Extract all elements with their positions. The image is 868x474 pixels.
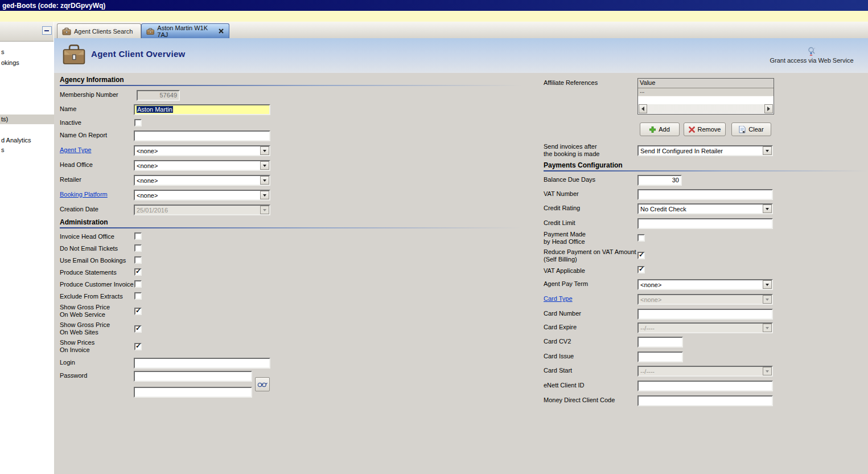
sidebar: s okings ts) d Analytics s: [0, 22, 55, 474]
grant-access-web-service-action[interactable]: Grant access via Web Service: [767, 47, 856, 64]
show-prices-on-invoice-checkbox[interactable]: [134, 343, 142, 350]
sidebar-item[interactable]: s: [1, 146, 5, 153]
booking-platform-link[interactable]: Booking Platform: [60, 191, 108, 198]
balance-due-days-field[interactable]: 30: [637, 175, 682, 186]
reduce-payment-on-vat-label: Reduce Payment on VAT Amount (Self Billi…: [544, 248, 641, 263]
chevron-down-icon[interactable]: [260, 161, 269, 170]
tab-aston-martin[interactable]: Aston Martin W1K 7AJ: [141, 23, 229, 38]
retailer-value: <none>: [137, 177, 158, 184]
inactive-checkbox[interactable]: [134, 119, 142, 126]
card-expire-value: --/----: [640, 325, 655, 332]
creation-date-value: 25/01/2016: [137, 207, 168, 214]
do-not-email-tickets-checkbox[interactable]: [134, 244, 142, 252]
chevron-down-icon[interactable]: [763, 280, 772, 289]
add-button[interactable]: Add: [640, 122, 680, 136]
credit-rating-select[interactable]: No Credit Check: [637, 203, 773, 214]
vat-number-field[interactable]: [637, 189, 773, 200]
card-start-select: --/----: [637, 366, 773, 377]
agent-type-link[interactable]: Agent Type: [60, 146, 91, 154]
show-password-button[interactable]: [255, 377, 270, 391]
scroll-right-button[interactable]: [764, 104, 773, 113]
exclude-from-extracts-label: Exclude From Extracts: [60, 293, 123, 300]
window-titlebar[interactable]: ged-Boots (code: zqrDGpvyWq): [0, 0, 868, 11]
affiliate-references-grid[interactable]: Value ...: [637, 78, 774, 115]
password-label: Password: [60, 372, 87, 379]
scroll-left-button[interactable]: [639, 104, 647, 113]
credit-rating-value: No Credit Check: [640, 206, 686, 213]
show-prices-on-invoice-label: Show Prices On Invoice: [60, 339, 94, 354]
vat-applicable-checkbox[interactable]: [637, 266, 645, 273]
produce-statements-checkbox[interactable]: [134, 268, 142, 276]
login-field[interactable]: [134, 358, 270, 369]
agent-type-select[interactable]: <none>: [134, 145, 270, 156]
grid-column-header[interactable]: Value: [638, 79, 774, 88]
card-issue-field[interactable]: [637, 352, 683, 362]
chevron-down-icon: [260, 206, 269, 214]
agent-type-value: <none>: [137, 148, 158, 154]
card-expire-label: Card Expire: [544, 324, 577, 331]
red-x-icon: [689, 126, 695, 133]
card-number-label: Card Number: [544, 310, 581, 317]
book-action[interactable]: Boo: [854, 47, 868, 64]
head-office-label: Head Office: [60, 161, 93, 169]
chevron-down-icon[interactable]: [763, 205, 772, 213]
password-field[interactable]: [134, 371, 252, 382]
chevron-down-icon[interactable]: [260, 146, 269, 155]
credit-limit-field[interactable]: [637, 218, 773, 229]
card-cv2-field[interactable]: [637, 337, 683, 348]
section-agency-information: Agency Information: [60, 76, 124, 84]
clear-button[interactable]: Clear: [731, 122, 771, 136]
tab-agent-clients-search[interactable]: Agent Clients Search: [57, 23, 141, 38]
send-invoices-select[interactable]: Send If Configured In Retailer: [637, 145, 773, 156]
sidebar-item[interactable]: okings: [1, 59, 19, 66]
name-on-report-field[interactable]: [134, 130, 270, 141]
reduce-payment-on-vat-checkbox[interactable]: [637, 252, 645, 259]
exclude-from-extracts-checkbox[interactable]: [134, 292, 142, 300]
inactive-label: Inactive: [60, 119, 81, 126]
remove-button-label: Remove: [698, 126, 721, 133]
credit-rating-label: Credit Rating: [544, 205, 580, 212]
remove-button[interactable]: Remove: [684, 122, 726, 136]
sidebar-collapse-button[interactable]: [42, 26, 52, 35]
card-type-link[interactable]: Card Type: [544, 295, 573, 303]
sidebar-item[interactable]: d Analytics: [1, 137, 31, 144]
payment-made-by-head-office-checkbox[interactable]: [637, 234, 645, 242]
chevron-down-icon: [763, 324, 772, 332]
invoice-head-office-checkbox[interactable]: [134, 232, 142, 240]
show-gross-price-web-sites-checkbox[interactable]: [134, 325, 142, 333]
horizontal-scrollbar[interactable]: [639, 104, 773, 113]
produce-customer-invoice-label: Produce Customer Invoice: [60, 281, 134, 288]
card-start-value: --/----: [640, 368, 655, 375]
enett-client-id-field[interactable]: [637, 381, 773, 391]
sidebar-header: [0, 22, 54, 42]
sidebar-item-selected[interactable]: ts): [1, 116, 8, 122]
scrollbar-track[interactable]: [647, 104, 764, 113]
produce-statements-label: Produce Statements: [60, 269, 117, 276]
send-invoices-label: Send invoices after the booking is made: [544, 143, 599, 158]
section-divider: [60, 227, 522, 228]
name-field[interactable]: Aston Martin: [134, 104, 270, 115]
briefcase-icon: [62, 27, 71, 35]
chevron-down-icon[interactable]: [763, 146, 772, 155]
grid-row[interactable]: ...: [638, 88, 774, 96]
produce-customer-invoice-checkbox[interactable]: [134, 280, 142, 288]
window-title: ged-Boots (code: zqrDGpvyWq): [0, 2, 105, 10]
head-office-value: <none>: [137, 162, 158, 169]
retailer-select[interactable]: <none>: [134, 175, 270, 186]
show-gross-price-web-service-checkbox[interactable]: [134, 308, 142, 315]
money-direct-client-code-field[interactable]: [637, 395, 773, 406]
close-icon[interactable]: [217, 27, 224, 35]
head-office-select[interactable]: <none>: [134, 160, 270, 171]
use-email-on-bookings-checkbox[interactable]: [134, 256, 142, 264]
balance-due-days-value: 30: [672, 177, 679, 183]
booking-platform-select[interactable]: <none>: [134, 190, 270, 201]
chevron-down-icon[interactable]: [260, 176, 269, 185]
password-confirm-field[interactable]: [134, 387, 252, 398]
sidebar-item[interactable]: s: [1, 48, 5, 55]
agent-pay-term-select[interactable]: <none>: [637, 279, 773, 290]
clear-document-icon: [739, 126, 746, 133]
arrow-left-icon: [641, 107, 644, 111]
card-number-field[interactable]: [637, 309, 773, 320]
chevron-down-icon[interactable]: [260, 191, 269, 199]
application-window: ged-Boots (code: zqrDGpvyWq) s okings ts…: [0, 0, 868, 474]
